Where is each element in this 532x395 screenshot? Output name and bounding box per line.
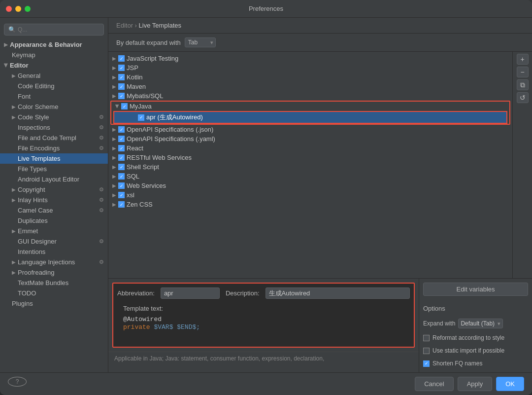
- template-group-jsp[interactable]: ▶ JSP: [108, 63, 512, 72]
- sidebar-item-keymap[interactable]: Keymap: [0, 50, 108, 60]
- checkbox-apr[interactable]: [138, 114, 144, 121]
- expand-select[interactable]: Tab Enter Space: [185, 37, 216, 47]
- sidebar-item-editor[interactable]: ▶ Editor: [0, 60, 108, 71]
- template-group-web-services[interactable]: ▶ Web Services: [108, 181, 512, 190]
- close-button[interactable]: [6, 6, 12, 12]
- group-label: RESTful Web Services: [127, 154, 192, 161]
- sidebar-item-file-code-templ[interactable]: File and Code Templ ⚙: [0, 133, 108, 143]
- search-input[interactable]: [18, 26, 100, 33]
- sidebar-item-plugins[interactable]: Plugins: [0, 298, 108, 309]
- template-group-zen-css[interactable]: ▶ Zen CSS: [108, 200, 512, 209]
- template-group-shell[interactable]: ▶ Shell Script: [108, 162, 512, 172]
- sidebar-item-language-injections[interactable]: ▶ Language Injections ⚙: [0, 257, 108, 267]
- apply-button[interactable]: Apply: [458, 377, 493, 391]
- sidebar-item-live-templates[interactable]: Live Templates: [0, 153, 108, 164]
- cancel-button[interactable]: Cancel: [415, 377, 453, 391]
- checkbox-openapi-json[interactable]: [118, 126, 125, 133]
- sidebar-item-intentions[interactable]: Intentions: [0, 247, 108, 257]
- sidebar-item-file-encodings[interactable]: File Encodings ⚙: [0, 143, 108, 153]
- sidebar-item-general[interactable]: ▶ General: [0, 71, 108, 81]
- gear-icon: ⚙: [99, 259, 104, 265]
- group-label: JavaScript Testing: [127, 55, 178, 62]
- checkbox-sql[interactable]: [118, 173, 125, 180]
- sidebar-item-inlay-hints[interactable]: ▶ Inlay Hints ⚙: [0, 195, 108, 205]
- description-input[interactable]: [266, 287, 410, 299]
- template-group-openapi-yaml[interactable]: ▶ OpenAPI Specifications (.yaml): [108, 134, 512, 144]
- minimize-button[interactable]: [15, 6, 21, 12]
- sidebar-item-code-editing[interactable]: Code Editing: [0, 81, 108, 91]
- sidebar-item-duplicates[interactable]: Duplicates: [0, 215, 108, 226]
- template-group-openapi-json[interactable]: ▶ OpenAPI Specifications (.json): [108, 125, 512, 134]
- search-box[interactable]: 🔍: [4, 24, 104, 36]
- sidebar-item-gui-designer[interactable]: GUI Designer ⚙: [0, 236, 108, 247]
- options-title: Options: [423, 305, 528, 312]
- reset-template-button[interactable]: ↺: [517, 92, 529, 103]
- checkbox-jsp[interactable]: [118, 65, 125, 71]
- remove-template-button[interactable]: −: [517, 67, 529, 77]
- chevron-icon: ▶: [115, 105, 120, 108]
- checkbox-kotlin[interactable]: [118, 74, 125, 80]
- chevron-icon: ▶: [112, 192, 116, 198]
- sidebar-item-label: Inlay Hints: [18, 196, 48, 204]
- template-group-restful[interactable]: ▶ RESTful Web Services: [108, 153, 512, 162]
- expand-with-label: Expand with: [423, 320, 455, 327]
- template-item-apr[interactable]: apr (生成Autowired): [113, 111, 507, 124]
- sidebar-item-android-layout[interactable]: Android Layout Editor: [0, 174, 108, 184]
- checkbox-shell[interactable]: [118, 164, 125, 170]
- expand-with-select[interactable]: Default (Tab) Tab Enter: [458, 319, 503, 328]
- template-group-react[interactable]: ▶ React: [108, 144, 512, 153]
- chevron-icon: ▶: [112, 74, 116, 80]
- sidebar-item-proofreading[interactable]: ▶ Proofreading: [0, 267, 108, 278]
- checkbox-react[interactable]: [118, 145, 125, 151]
- sidebar-item-code-style[interactable]: ▶ Code Style ⚙: [0, 112, 108, 122]
- checkbox-restful[interactable]: [118, 154, 125, 161]
- sidebar-item-todo[interactable]: TODO: [0, 288, 108, 298]
- template-group-xsl[interactable]: ▶ xsl: [108, 190, 512, 200]
- copy-template-button[interactable]: ⧉: [517, 79, 529, 90]
- sidebar-item-label: Copyright: [18, 186, 45, 193]
- breadcrumb: Editor › Live Templates: [108, 18, 532, 34]
- sidebar-item-font[interactable]: Font: [0, 91, 108, 102]
- sidebar-item-color-scheme[interactable]: ▶ Color Scheme: [0, 102, 108, 112]
- sidebar-item-label: Emmet: [18, 227, 38, 235]
- checkbox-openapi-yaml[interactable]: [118, 136, 125, 142]
- sidebar-item-label: TextMate Bundles: [18, 279, 68, 287]
- template-group-sql[interactable]: ▶ SQL: [108, 172, 512, 181]
- checkbox-zen-css[interactable]: [118, 201, 125, 208]
- chevron-icon: ▶: [112, 127, 116, 132]
- sidebar-item-appearance[interactable]: ▶ Appearance & Behavior: [0, 39, 108, 50]
- template-group-maven[interactable]: ▶ Maven: [108, 82, 512, 91]
- shorten-fq-checkbox[interactable]: [423, 360, 430, 367]
- gear-icon: ⚙: [99, 135, 104, 141]
- template-code[interactable]: @Autowired private $VAR$ $END$;: [117, 313, 410, 343]
- window-title: Preferences: [249, 5, 283, 12]
- sidebar-item-emmet[interactable]: ▶ Emmet: [0, 226, 108, 236]
- checkbox-myjava[interactable]: [121, 103, 128, 109]
- template-group-kotlin[interactable]: ▶ Kotlin: [108, 72, 512, 82]
- ok-button[interactable]: OK: [496, 377, 524, 391]
- sidebar-item-copyright[interactable]: ▶ Copyright ⚙: [0, 184, 108, 195]
- help-button[interactable]: ?: [8, 377, 27, 387]
- checkbox-mybatis[interactable]: [118, 93, 125, 99]
- template-group-mybatis[interactable]: ▶ Mybatis/SQL: [108, 91, 512, 101]
- checkbox-maven[interactable]: [118, 83, 125, 90]
- sidebar-item-label: File and Code Templ: [18, 134, 76, 142]
- abbreviation-input[interactable]: [161, 287, 220, 299]
- edit-variables-button[interactable]: Edit variables: [423, 283, 528, 296]
- maximize-button[interactable]: [25, 6, 31, 12]
- sidebar-item-file-types[interactable]: File Types: [0, 164, 108, 174]
- sidebar-item-camel-case[interactable]: Camel Case ⚙: [0, 205, 108, 215]
- template-group-js-testing[interactable]: ▶ JavaScript Testing: [108, 54, 512, 63]
- sidebar-item-inspections[interactable]: Inspections ⚙: [0, 122, 108, 133]
- sidebar-item-label: Appearance & Behavior: [10, 41, 82, 48]
- checkbox-js-testing[interactable]: [118, 55, 125, 62]
- add-template-button[interactable]: +: [517, 54, 529, 65]
- checkbox-xsl[interactable]: [118, 192, 125, 198]
- breadcrumb-editor: Editor: [116, 22, 133, 29]
- static-import-checkbox[interactable]: [423, 348, 430, 354]
- editor-fields: Abbreviation: Description:: [117, 287, 410, 302]
- template-group-myjava[interactable]: ▶ MyJava: [111, 102, 509, 111]
- sidebar-item-textmate[interactable]: TextMate Bundles: [0, 278, 108, 288]
- reformat-checkbox[interactable]: [423, 335, 430, 341]
- checkbox-web-services[interactable]: [118, 182, 125, 189]
